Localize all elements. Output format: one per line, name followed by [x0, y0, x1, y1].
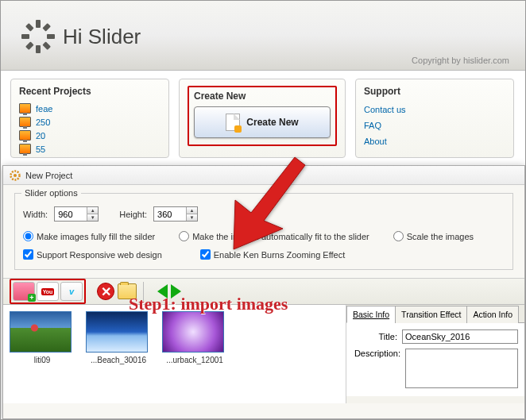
recent-item[interactable]: 20 [19, 129, 161, 142]
delete-button[interactable]: ✕ [97, 283, 114, 300]
new-document-icon [226, 114, 240, 131]
monitor-icon [19, 144, 31, 154]
title-label: Title: [353, 332, 397, 341]
copyright-text: Copyright by hislider.com [412, 56, 509, 65]
check-responsive[interactable]: Support Responsive web design [23, 249, 162, 260]
app-header: Hi Slider Copyright by hislider.com [1, 1, 525, 71]
thumb-image [10, 311, 72, 353]
faq-link[interactable]: FAQ [364, 118, 505, 133]
recent-projects-panel: Recent Projects feae 250 20 55 [10, 79, 169, 158]
thumb-image [86, 311, 148, 353]
dialog-title: New Project [25, 171, 72, 180]
info-tabs: Basic Info Transition Effect Action Info [346, 305, 524, 323]
svg-rect-4 [25, 23, 34, 32]
svg-rect-5 [42, 23, 51, 32]
add-youtube-button[interactable]: You [37, 282, 59, 301]
fieldset-legend: Slider options [21, 188, 81, 198]
product-name: Hi Slider [63, 25, 141, 49]
add-vimeo-button[interactable]: v [60, 282, 83, 301]
spin-up-icon[interactable]: ▲ [87, 207, 98, 214]
about-link[interactable]: About [364, 133, 505, 149]
radio-scale[interactable]: Scale the images [393, 231, 474, 241]
width-field[interactable] [55, 207, 87, 221]
monitor-icon [19, 117, 31, 127]
description-label: Description: [353, 349, 400, 358]
recent-item[interactable]: 55 [19, 142, 161, 156]
delete-icon: ✕ [101, 284, 111, 299]
svg-rect-3 [47, 34, 55, 39]
youtube-icon: You [41, 288, 55, 295]
support-panel: Support Contact us FAQ About [355, 79, 514, 158]
create-highlight: Create New Create New [188, 86, 337, 146]
create-new-panel: Create New Create New [179, 79, 346, 158]
svg-rect-0 [36, 20, 41, 28]
recent-title: Recent Projects [19, 86, 161, 97]
svg-point-10 [14, 174, 17, 177]
annotation-step-label: Step1: import images [129, 294, 288, 314]
thumbnail-item[interactable]: ...Beach_30016 [86, 311, 151, 397]
svg-rect-2 [21, 34, 29, 39]
recent-item[interactable]: feae [19, 102, 161, 115]
svg-rect-1 [36, 45, 41, 53]
width-label: Width: [23, 210, 48, 219]
thumbnail-item[interactable]: ...urback_12001 [162, 311, 227, 397]
monitor-icon [19, 103, 31, 114]
annotation-arrow-icon [219, 151, 315, 257]
tab-action[interactable]: Action Info [466, 306, 519, 323]
logo: Hi Slider [21, 20, 141, 53]
contact-link[interactable]: Contact us [364, 102, 505, 118]
description-input[interactable] [405, 349, 518, 388]
support-title: Support [364, 86, 505, 97]
svg-rect-6 [25, 41, 34, 50]
logo-icon [21, 20, 55, 53]
tab-transition[interactable]: Transition Effect [395, 306, 467, 323]
monitor-icon [19, 130, 31, 141]
radio-fill[interactable]: Make images fully fill the silder [23, 231, 155, 241]
gear-icon [10, 170, 21, 181]
title-input[interactable] [402, 329, 518, 344]
thumbnail-list: liti09 ...Beach_30016 ...urback_12001 [3, 305, 346, 403]
thumb-image [162, 311, 224, 353]
height-input[interactable]: ▲▼ [153, 206, 198, 222]
vimeo-icon: v [69, 287, 74, 296]
add-image-button[interactable] [13, 282, 35, 301]
import-group-highlight: You v [10, 279, 86, 304]
svg-rect-7 [42, 41, 51, 50]
svg-marker-8 [234, 157, 305, 249]
width-input[interactable]: ▲▼ [54, 206, 99, 222]
spin-up-icon[interactable]: ▲ [187, 207, 197, 214]
dialog-bottom: liti09 ...Beach_30016 ...urback_12001 Ba… [3, 305, 524, 403]
height-field[interactable] [154, 207, 186, 221]
recent-item[interactable]: 250 [19, 115, 161, 129]
tab-basic-info[interactable]: Basic Info [346, 306, 396, 323]
create-title: Create New [194, 91, 331, 102]
info-body: Title: Description: [346, 323, 524, 396]
spin-down-icon[interactable]: ▼ [187, 214, 197, 221]
info-panel: Basic Info Transition Effect Action Info… [346, 305, 524, 403]
spin-down-icon[interactable]: ▼ [87, 214, 98, 221]
create-new-button[interactable]: Create New [194, 106, 331, 138]
thumbnail-item[interactable]: liti09 [10, 311, 75, 397]
height-label: Height: [119, 210, 147, 219]
